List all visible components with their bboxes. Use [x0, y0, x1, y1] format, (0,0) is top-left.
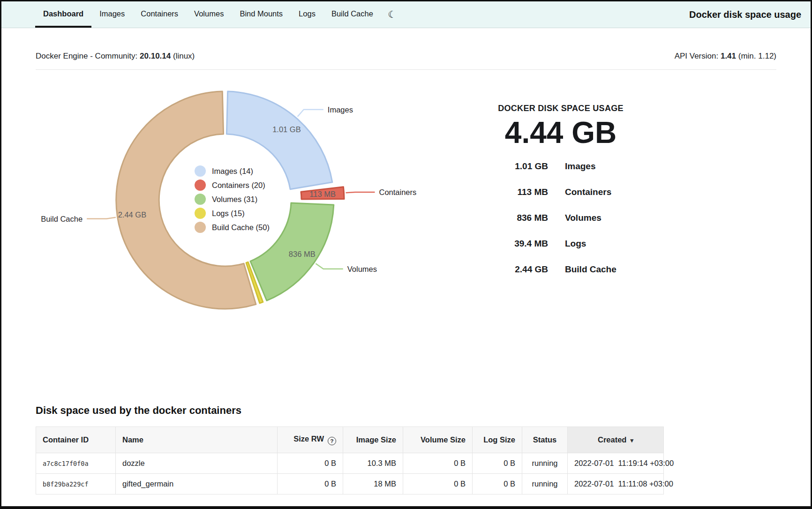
col-size-rw[interactable]: Size RW?	[278, 427, 343, 453]
tab-build-cache[interactable]: Build Cache	[323, 1, 381, 28]
summary-row-build-cache: 2.44 GBBuild Cache	[491, 264, 631, 275]
legend-label: Logs (15)	[212, 209, 245, 218]
col-created[interactable]: Created▾	[568, 427, 664, 453]
volume-size-cell: 0 B	[403, 474, 473, 494]
api-version-text: API Version: 1.41 (min. 1.12)	[675, 52, 776, 61]
callout-label-containers: Containers	[379, 188, 416, 196]
containers-table-wrap: Container ID Name Size RW? Image Size Vo…	[36, 427, 663, 494]
container-id-cell: b8f29ba229cf	[36, 474, 116, 494]
callout-label-build-cache: Build Cache	[41, 215, 83, 223]
callout-line-volumes	[316, 263, 343, 269]
summary-label: Volumes	[565, 213, 631, 223]
legend-item-images[interactable]: Images (14)	[195, 165, 270, 177]
legend-item-build-cache[interactable]: Build Cache (50)	[195, 222, 270, 233]
engine-version-text: Docker Engine - Community: 20.10.14 (lin…	[36, 52, 195, 61]
status-cell: running	[522, 474, 568, 494]
summary-label: Logs	[565, 239, 631, 249]
col-name[interactable]: Name	[116, 427, 278, 453]
tab-bind-mounts[interactable]: Bind Mounts	[232, 1, 291, 28]
legend-label: Volumes (31)	[212, 195, 257, 204]
summary-size: 1.01 GB	[491, 161, 548, 172]
summary-label: Containers	[565, 187, 631, 197]
sort-desc-icon: ▾	[630, 437, 633, 444]
status-cell: running	[522, 453, 568, 474]
tab-images[interactable]: Images	[91, 1, 133, 28]
slice-size-label-containers: 113 MB	[309, 190, 336, 198]
summary-row-logs: 39.4 MBLogs	[491, 239, 631, 249]
tab-containers[interactable]: Containers	[133, 1, 186, 28]
engine-label: Docker Engine - Community:	[36, 52, 137, 60]
summary-row-volumes: 836 MBVolumes	[491, 213, 631, 223]
engine-info-row: Docker Engine - Community: 20.10.14 (lin…	[1, 52, 811, 61]
help-icon[interactable]: ?	[328, 437, 336, 445]
log-size-cell: 0 B	[473, 453, 522, 474]
slice-size-label-images: 1.01 GB	[272, 125, 301, 134]
dark-mode-toggle[interactable]: ☾	[381, 1, 403, 28]
col-status[interactable]: Status	[522, 427, 568, 453]
summary-size: 39.4 MB	[491, 239, 548, 249]
container-id-cell: a7c8c17f0f0a	[36, 453, 116, 474]
legend-label: Images (14)	[212, 167, 253, 176]
legend-item-volumes[interactable]: Volumes (31)	[195, 194, 270, 205]
legend-swatch-volumes	[195, 194, 206, 205]
summary-list: 1.01 GBImages113 MBContainers836 MBVolum…	[491, 161, 631, 290]
name-cell: gifted_germain	[116, 474, 278, 494]
donut-chart-area: 1.01 GBImages113 MBContainers836 MBVolum…	[1, 82, 414, 330]
legend-swatch-logs	[195, 208, 206, 219]
tab-volumes[interactable]: Volumes	[186, 1, 232, 28]
api-min-version: (min. 1.12)	[738, 52, 776, 60]
col-size-rw-label: Size RW	[293, 434, 324, 443]
callout-line-build-cache	[87, 217, 116, 219]
summary-size: 836 MB	[491, 213, 548, 223]
size-rw-cell: 0 B	[278, 453, 343, 474]
callout-line-images	[298, 110, 323, 117]
app-window: DashboardImagesContainersVolumesBind Mou…	[0, 0, 812, 509]
container-row: a7c8c17f0f0adozzle0 B10.3 MB0 B0 Brunnin…	[36, 453, 664, 474]
app-title: Docker disk space usage	[689, 1, 811, 28]
nav-tabs: DashboardImagesContainersVolumesBind Mou…	[35, 1, 381, 28]
legend-item-logs[interactable]: Logs (15)	[195, 208, 270, 219]
created-cell: 2022-07-01 11:19:14 +03:00	[568, 453, 664, 474]
summary-size: 113 MB	[491, 187, 548, 197]
col-image-size[interactable]: Image Size	[343, 427, 403, 453]
containers-table: Container ID Name Size RW? Image Size Vo…	[36, 427, 664, 494]
callout-label-volumes: Volumes	[347, 265, 377, 273]
slice-size-label-build-cache: 2.44 GB	[118, 210, 147, 219]
created-cell: 2022-07-01 11:11:08 +03:00	[568, 474, 664, 494]
containers-table-heading: Disk space used by the docker containers	[36, 330, 811, 417]
usage-summary-panel: DOCKER DISK SPACE USAGE 4.44 GB 1.01 GBI…	[414, 82, 811, 330]
chart-legend: Images (14)Containers (20)Volumes (31)Lo…	[195, 165, 270, 233]
size-rw-cell: 0 B	[278, 474, 343, 494]
image-size-cell: 18 MB	[343, 474, 403, 494]
slice-size-label-volumes: 836 MB	[289, 250, 316, 258]
legend-item-containers[interactable]: Containers (20)	[195, 180, 270, 191]
callout-label-images: Images	[328, 105, 353, 114]
legend-label: Containers (20)	[212, 181, 265, 190]
image-size-cell: 10.3 MB	[343, 453, 403, 474]
api-version: 1.41	[721, 52, 736, 60]
col-created-label: Created	[598, 435, 626, 444]
summary-title: DOCKER DISK SPACE USAGE	[498, 104, 624, 113]
name-cell: dozzle	[116, 453, 278, 474]
summary-label: Build Cache	[565, 264, 631, 275]
container-row: b8f29ba229cfgifted_germain0 B18 MB0 B0 B…	[36, 474, 664, 494]
summary-row-containers: 113 MBContainers	[491, 187, 631, 197]
legend-swatch-build-cache	[195, 222, 206, 233]
divider	[36, 69, 776, 70]
callout-line-containers	[346, 192, 375, 193]
col-log-size[interactable]: Log Size	[473, 427, 522, 453]
api-label: API Version:	[675, 52, 719, 60]
legend-swatch-containers	[195, 180, 206, 191]
col-container-id[interactable]: Container ID	[36, 427, 116, 453]
tab-dashboard[interactable]: Dashboard	[35, 1, 91, 28]
engine-platform: (linux)	[173, 52, 195, 60]
legend-swatch-images	[195, 165, 206, 177]
summary-row-images: 1.01 GBImages	[491, 161, 631, 172]
summary-label: Images	[565, 161, 631, 172]
top-nav: DashboardImagesContainersVolumesBind Mou…	[1, 1, 811, 28]
volume-size-cell: 0 B	[403, 453, 473, 474]
engine-version: 20.10.14	[140, 52, 171, 60]
col-volume-size[interactable]: Volume Size	[403, 427, 473, 453]
moon-icon: ☾	[388, 9, 397, 20]
tab-logs[interactable]: Logs	[291, 1, 323, 28]
